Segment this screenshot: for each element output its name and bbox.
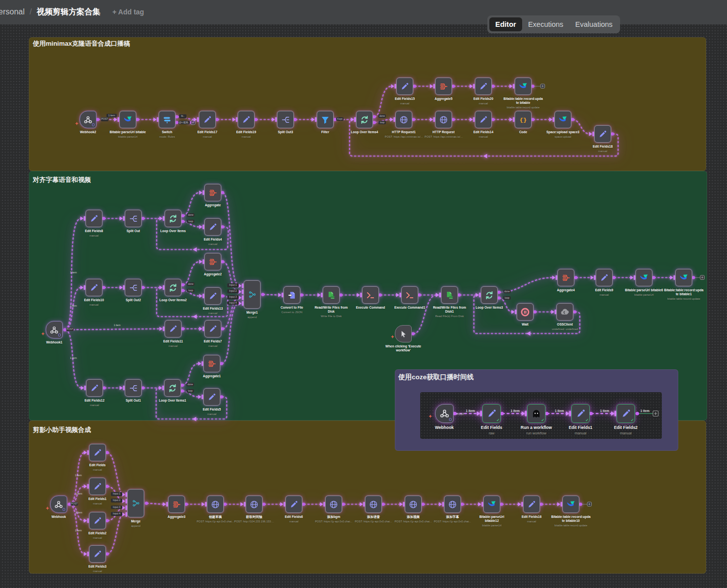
svg-text:1 item: 1 item xyxy=(466,409,475,413)
svg-text:POST: POST xyxy=(456,413,465,416)
svg-text:1 item: 1 item xyxy=(640,409,650,413)
svg-text:1 item: 1 item xyxy=(511,409,520,413)
svg-text:1 item: 1 item xyxy=(600,409,610,413)
svg-text:1 item: 1 item xyxy=(555,409,564,413)
